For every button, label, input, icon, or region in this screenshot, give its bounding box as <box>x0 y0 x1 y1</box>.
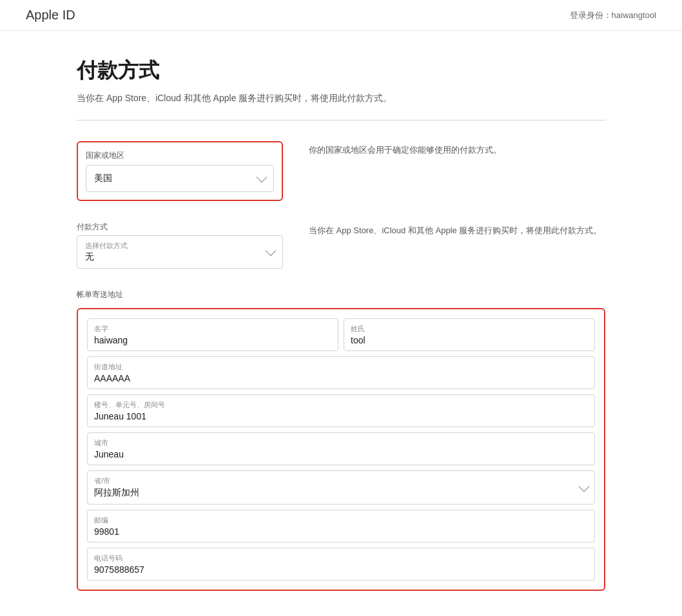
apt-label: 楼号、单元号、房间号 <box>94 400 588 410</box>
state-select-inner: 省/市 阿拉斯加州 <box>94 476 139 499</box>
header-title: Apple ID <box>26 8 75 23</box>
city-value: Juneau <box>94 449 588 459</box>
apt-value: Juneau 1001 <box>94 411 588 421</box>
country-field-box: 国家或地区 美国 <box>77 141 283 201</box>
street-label: 街道地址 <box>94 362 588 372</box>
country-select-value: 美国 <box>94 173 112 184</box>
payment-field-label: 付款方式 <box>77 222 283 233</box>
first-name-field[interactable]: 名字 haiwang <box>87 318 338 351</box>
street-field[interactable]: 街道地址 AAAAAA <box>87 356 595 389</box>
payment-section: 付款方式 选择付款方式 无 当你在 App Store、iCloud 和其他 A… <box>77 222 605 269</box>
zip-field[interactable]: 邮编 99801 <box>87 510 595 543</box>
header: Apple ID 登录身份：haiwangtool <box>0 0 682 31</box>
city-label: 城市 <box>94 438 588 448</box>
chevron-down-icon <box>257 172 268 183</box>
state-select[interactable]: 省/市 阿拉斯加州 <box>87 470 595 505</box>
phone-label: 电话号码 <box>94 553 588 563</box>
zip-label: 邮编 <box>94 515 588 525</box>
billing-section-label: 帐单寄送地址 <box>77 289 605 300</box>
last-name-label: 姓氏 <box>351 324 588 334</box>
country-select[interactable]: 美国 <box>86 165 274 192</box>
country-field-label: 国家或地区 <box>86 150 274 161</box>
billing-wrapper: 名字 haiwang 姓氏 tool 街道地址 AAAAAA 楼号、单元号、房间… <box>77 308 605 591</box>
last-name-value: tool <box>351 335 588 345</box>
country-info: 你的国家或地区会用于确定你能够使用的付款方式。 <box>309 141 605 157</box>
payment-info: 当你在 App Store、iCloud 和其他 Apple 服务进行购买时，将… <box>309 222 605 238</box>
chevron-down-icon <box>579 481 590 492</box>
street-value: AAAAAA <box>94 373 588 383</box>
last-name-field[interactable]: 姓氏 tool <box>344 318 595 351</box>
payment-placeholder: 选择付款方式 <box>85 241 128 251</box>
first-name-value: haiwang <box>94 335 331 345</box>
billing-section: 帐单寄送地址 名字 haiwang 姓氏 tool 街道地址 AAAAAA <box>77 289 605 591</box>
main-content: 付款方式 当你在 App Store、iCloud 和其他 Apple 服务进行… <box>51 31 631 616</box>
state-label: 省/市 <box>94 476 139 486</box>
page-title: 付款方式 <box>77 57 605 85</box>
phone-value: 9075888657 <box>94 564 588 575</box>
payment-select[interactable]: 选择付款方式 无 <box>77 235 283 269</box>
payment-value: 无 <box>85 251 128 263</box>
zip-value: 99801 <box>94 526 588 537</box>
state-value: 阿拉斯加州 <box>94 487 139 499</box>
country-section: 国家或地区 美国 你的国家或地区会用于确定你能够使用的付款方式。 <box>77 141 605 201</box>
apt-field[interactable]: 楼号、单元号、房间号 Juneau 1001 <box>87 394 595 427</box>
first-name-label: 名字 <box>94 324 331 334</box>
payment-select-inner: 选择付款方式 无 <box>85 241 128 263</box>
phone-field[interactable]: 电话号码 9075888657 <box>87 548 595 581</box>
city-field[interactable]: 城市 Juneau <box>87 432 595 465</box>
country-form-side: 国家或地区 美国 <box>77 141 283 201</box>
section-divider <box>77 120 605 120</box>
name-row: 名字 haiwang 姓氏 tool <box>87 318 595 351</box>
chevron-down-icon <box>266 245 277 256</box>
header-user: 登录身份：haiwangtool <box>570 10 656 21</box>
page-description: 当你在 App Store、iCloud 和其他 Apple 服务进行购买时，将… <box>77 93 605 104</box>
payment-form-side: 付款方式 选择付款方式 无 <box>77 222 283 269</box>
